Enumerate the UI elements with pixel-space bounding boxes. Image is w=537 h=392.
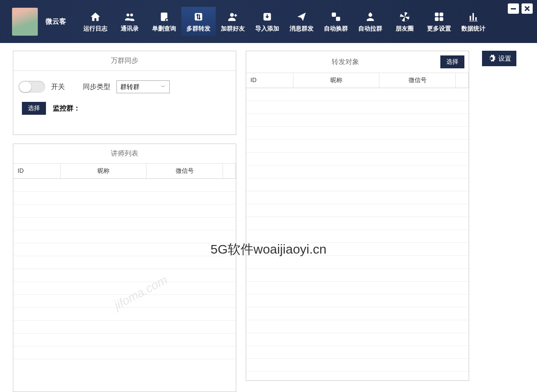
svg-rect-2 [195,13,202,20]
table-row [13,243,236,256]
forward-target-panel: 转发对象 选择 ID 昵称 微信号 [246,51,469,381]
teacher-list-panel: 讲师列表 ID 昵称 微信号 [13,144,236,392]
send-icon [284,9,319,24]
table-row [246,178,469,191]
target-table-header: ID 昵称 微信号 [246,73,469,88]
table-row [246,114,469,127]
nav-stats[interactable]: 数据统计 [456,7,491,36]
aperture-icon [387,9,422,24]
svg-point-3 [230,13,234,17]
table-row [13,230,236,243]
nav-single-delete[interactable]: 单删查询 [147,7,181,36]
sync-type-select[interactable]: 群转群 ﹀ [116,80,170,93]
table-row [13,269,236,282]
teacher-list-title: 讲师列表 [13,144,236,164]
teacher-table-body [13,179,236,392]
svg-rect-12 [439,17,443,21]
table-row [13,308,236,321]
nav-moments[interactable]: 朋友圈 [387,7,422,36]
clipboard-x-icon [147,9,181,24]
table-row [13,256,236,269]
brand-name: 微云客 [46,17,66,26]
person-plus-icon [216,9,250,24]
sync-settings-panel: 万群同步 开关 同步类型 群转群 ﹀ 选择 监控群： [13,51,236,135]
table-row [13,217,236,230]
import-icon [250,9,284,24]
svg-rect-13 [511,8,516,9]
table-row [13,205,236,217]
bar-chart-icon [456,9,491,24]
table-row [246,204,469,217]
table-row [246,165,469,178]
svg-point-7 [369,13,372,17]
minimize-button[interactable] [508,3,519,14]
nav-contacts[interactable]: 通讯录 [113,7,147,36]
table-row [246,191,469,204]
col-id: ID [246,73,293,88]
table-row [246,282,469,294]
sync-switch[interactable] [18,81,45,93]
transfer-icon [181,9,216,24]
teacher-table-header: ID 昵称 微信号 [13,164,236,179]
table-row [13,192,236,205]
select-target-button[interactable]: 选择 [440,55,464,68]
settings-button[interactable]: 设置 [482,51,516,66]
nav-more-settings[interactable]: 更多设置 [422,7,456,36]
table-row [246,88,469,101]
swap-icon [319,9,353,24]
table-row [13,179,236,192]
table-row [246,127,469,140]
home-icon [78,9,113,24]
sync-panel-title: 万群同步 [13,51,236,71]
nav-mass-message[interactable]: 消息群发 [284,7,319,36]
nav-auto-switch-group[interactable]: 自动换群 [319,7,353,36]
nav-import-add[interactable]: 导入添加 [250,7,284,36]
table-row [246,294,469,307]
sync-type-label: 同步类型 [83,83,110,92]
table-row [246,320,469,333]
close-button[interactable] [522,3,533,14]
switch-label: 开关 [51,83,65,92]
table-row [246,307,469,320]
table-row [246,359,469,372]
table-row [246,153,469,165]
table-row [246,333,469,346]
table-row [246,243,469,256]
forward-target-title: 转发对象 [250,58,440,67]
col-nick: 昵称 [293,73,379,88]
table-row [246,140,469,153]
main-nav: 运行日志 通讯录 单删查询 多群转发 加群好友 导入添加 消息群发 自动换群 [78,7,491,36]
table-row [13,295,236,308]
chevron-down-icon: ﹀ [161,83,166,91]
table-row [246,256,469,269]
table-row [246,217,469,230]
nav-multi-forward[interactable]: 多群转发 [181,7,216,36]
nav-add-group-friend[interactable]: 加群好友 [216,7,250,36]
target-table-body [246,88,469,380]
table-row [246,101,469,114]
table-row [13,282,236,295]
svg-rect-9 [435,12,439,16]
table-row [246,230,469,243]
col-wx: 微信号 [146,164,223,178]
avatar [12,8,38,36]
select-monitor-group-button[interactable]: 选择 [22,102,46,115]
nav-auto-invite[interactable]: 自动拉群 [353,7,387,36]
table-row [13,334,236,346]
col-wx: 微信号 [379,73,456,88]
nav-run-log[interactable]: 运行日志 [78,7,113,36]
people-icon [113,9,147,24]
monitor-group-label: 监控群： [53,104,80,113]
person-up-icon [353,9,387,24]
col-id: ID [13,164,61,178]
svg-rect-6 [336,17,340,21]
col-nick: 昵称 [61,164,146,178]
grid-icon [422,9,456,24]
svg-rect-11 [435,17,439,21]
table-row [13,321,236,334]
svg-rect-5 [332,12,336,17]
table-row [246,269,469,282]
table-row [13,346,236,359]
gear-icon [487,54,496,63]
table-row [246,346,469,359]
